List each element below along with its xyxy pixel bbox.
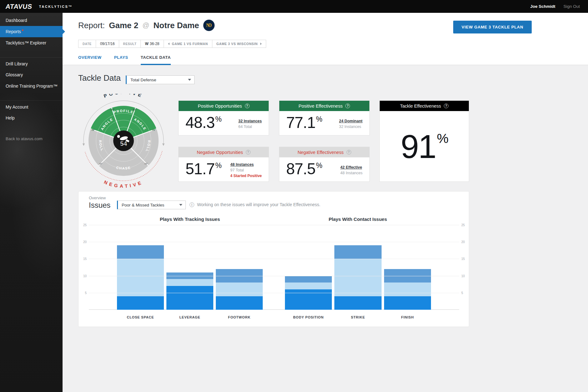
y-axis-tick: 20	[461, 240, 469, 244]
sign-out-link[interactable]: Sign Out	[563, 4, 580, 9]
gridline	[89, 293, 459, 293]
chart-categories-tracking: CLOSE SPACELEVERAGEFOOTWORK	[117, 315, 263, 319]
stat-instances: 32 Instances	[339, 125, 362, 129]
sidebar-item-online-training[interactable]: Online Training Program™	[0, 80, 63, 92]
deg-20-right: 20°	[133, 108, 136, 111]
issues-eyebrow: Overview	[89, 196, 106, 200]
card-title: Negative Effectiveness	[297, 150, 343, 155]
view-game-3-tackle-plan-button[interactable]: VIEW GAME 3 TACKLE PLAN	[453, 21, 532, 33]
topbar-right: Joe Schmidt Sign Out	[530, 4, 580, 9]
sidebar-item-reports[interactable]: Reports	[0, 26, 63, 37]
chart-bars-contact	[285, 225, 431, 310]
help-icon[interactable]	[444, 104, 449, 108]
tackle-data-content: Tackle Data Total Defense	[63, 65, 588, 392]
bar-segment-series_2	[384, 283, 431, 296]
defense-filter-dropdown[interactable]: Total Defense	[126, 75, 195, 84]
category-label: CLOSE SPACE	[117, 315, 164, 319]
stat-instances-link[interactable]: 48 Instances	[230, 162, 262, 167]
issues-filter-dropdown[interactable]: Poor & Missed Tackles	[117, 201, 186, 209]
chevron-down-icon	[179, 204, 182, 206]
y-axis-tick: 5	[461, 291, 469, 294]
negative-opportunities-card: Negative Opportunities 51.7% 48 Instance…	[178, 147, 269, 182]
help-icon[interactable]	[347, 150, 351, 155]
sidebar-item-glossary[interactable]: Glossary	[0, 69, 63, 80]
bar-segment-series_1	[166, 286, 213, 310]
date-label: DATE	[83, 42, 92, 46]
positive-opportunities-card: Positive Opportunities 48.3% 32 Instance…	[178, 100, 269, 135]
report-label: Report:	[78, 21, 105, 30]
deg-45-right: 45°	[144, 162, 148, 165]
date-value: 09/17/16	[100, 42, 115, 46]
tab-tackle-data[interactable]: TACKLE DATA	[141, 55, 171, 65]
prev-game-link[interactable]: GAME 1 VS FURMAN	[164, 40, 212, 48]
sidebar-item-drill-library[interactable]: Drill Library	[0, 57, 63, 69]
bar-strike[interactable]	[334, 245, 381, 310]
sidebar-item-dashboard[interactable]: Dashboard	[0, 15, 63, 26]
help-icon[interactable]	[246, 150, 251, 155]
game-meta-bar: DATE 09/17/16 RESULT W36-28 GAME 1 VS FU…	[78, 40, 266, 48]
sidebar: Dashboard Reports Tacklytics™ Explorer D…	[0, 13, 63, 392]
y-axis-tick: 5	[79, 291, 87, 294]
next-arrow-icon	[260, 43, 262, 45]
y-axis-tick: 15	[461, 257, 469, 261]
category-label: FINISH	[384, 315, 431, 319]
sidebar-item-label: Dashboard	[6, 18, 27, 23]
sidebar-item-my-account[interactable]: My Account	[0, 100, 63, 112]
date-value-cell: 09/17/16	[96, 40, 119, 48]
bar-leverage[interactable]	[166, 272, 213, 310]
back-to-atavus-link[interactable]: Back to atavus.com	[0, 134, 63, 144]
stat-effective-link[interactable]: 42 Effective	[340, 165, 362, 170]
sidebar-item-label: Drill Library	[6, 61, 28, 66]
main-area: Report: Game 2 @ Notre Dame ND VIEW GAME…	[63, 13, 588, 392]
help-icon[interactable]	[245, 104, 250, 108]
stat-instances: 48 Instances	[340, 171, 362, 175]
bar-segment-series_1	[117, 296, 164, 310]
tab-overview[interactable]: OVERVIEW	[78, 55, 102, 65]
sidebar-item-label: Help	[6, 115, 15, 120]
arc-arrow-right-icon	[162, 144, 165, 146]
gridline	[89, 242, 459, 242]
top-bar: ATAVUS TACKLYTICS™ Joe Schmidt Sign Out	[0, 0, 588, 13]
bar-close-space[interactable]	[117, 245, 164, 310]
gauge-svg: POSITIVE NEGATIVE PROFILE ANGLE ANGLE RO…	[78, 94, 169, 188]
chart-bars-tracking	[117, 225, 263, 310]
stat-dominant-link[interactable]: 24 Dominant	[339, 119, 362, 123]
tackle-profile-gauge: POSITIVE NEGATIVE PROFILE ANGLE ANGLE RO…	[78, 94, 169, 188]
defense-filter-value: Total Defense	[130, 78, 156, 82]
result-score: 36-28	[150, 42, 160, 46]
prev-arrow-icon	[168, 43, 170, 45]
sidebar-item-tacklytics-explorer[interactable]: Tacklytics™ Explorer	[0, 37, 63, 48]
category-label: LEVERAGE	[166, 315, 213, 319]
user-name[interactable]: Joe Schmidt	[530, 4, 555, 9]
card-title: Tackle Effectiveness	[400, 104, 441, 109]
nd-monogram: ND	[206, 23, 210, 28]
card-title: Positive Opportunities	[198, 104, 242, 109]
bar-footwork[interactable]	[216, 269, 263, 310]
sidebar-item-label: Glossary	[6, 72, 23, 77]
sidebar-item-label: Reports	[6, 29, 21, 34]
help-icon[interactable]	[345, 104, 350, 108]
negative-effectiveness-header: Negative Effectiveness	[279, 147, 369, 157]
bar-segment-series_2	[117, 259, 164, 296]
team-name: Notre Dame	[154, 21, 199, 30]
tab-plays[interactable]: PLAYS	[114, 55, 128, 65]
y-axis-tick: 10	[79, 274, 87, 277]
result-win: W	[145, 42, 148, 46]
y-axis-tick: 15	[79, 257, 87, 261]
atavus-logo[interactable]: ATAVUS	[5, 3, 33, 10]
player-number: 54	[120, 140, 127, 147]
next-game-link[interactable]: GAME 3 VS WISCONSIN	[212, 40, 266, 48]
at-symbol: @	[142, 21, 149, 29]
card-title: Positive Effectiveness	[299, 104, 343, 109]
bar-segment-series_3	[285, 276, 332, 283]
bar-finish[interactable]	[384, 269, 431, 310]
bar-segment-series_1	[334, 296, 381, 310]
gridline	[89, 276, 459, 276]
positive-opportunities-header: Positive Opportunities	[179, 101, 269, 111]
sidebar-item-help[interactable]: Help	[0, 112, 63, 124]
positive-effectiveness-header: Positive Effectiveness	[279, 101, 369, 111]
next-game-label: GAME 3 VS WISCONSIN	[216, 42, 258, 46]
stat-instances-link[interactable]: 32 Instances	[238, 119, 262, 123]
tackle-effectiveness-card: Tackle Effectiveness 91%	[379, 100, 469, 182]
deg-70-left: 70°	[91, 129, 95, 131]
